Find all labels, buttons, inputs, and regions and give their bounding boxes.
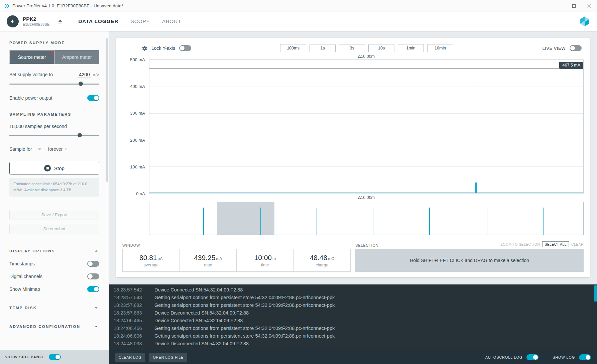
minimap-viewport[interactable]	[217, 202, 274, 235]
source-meter-label: Source meter	[18, 54, 46, 60]
autoscroll-log-toggle[interactable]	[526, 354, 539, 360]
enable-power-output-label: Enable power output	[9, 95, 52, 101]
voltage-label: Set supply voltage to	[9, 72, 53, 77]
log-footer: CLEAR LOG OPEN LOG FILE AUTOSCROLL LOG S…	[109, 350, 597, 364]
log-scrollbar[interactable]	[594, 285, 597, 301]
tab-about[interactable]: ABOUT	[162, 16, 181, 26]
log-time: 18:24:48.033	[114, 340, 154, 348]
clear-log-button[interactable]: CLEAR LOG	[115, 353, 145, 362]
show-log-toggle[interactable]	[579, 354, 591, 360]
log-message: Getting serialport options from persiste…	[154, 325, 335, 332]
log-panel: 18:23:57.542Device Connected SN:54:32:04…	[109, 284, 597, 350]
stat-time: 10:00m time	[237, 249, 294, 271]
voltage-slider[interactable]	[9, 82, 99, 86]
sidebar-scrollbar[interactable]	[106, 38, 108, 182]
range-button-3s[interactable]: 3s	[339, 44, 365, 52]
display-options-heading[interactable]: DISPLAY OPTIONS	[9, 248, 99, 254]
lock-y-axis-label: Lock Y-axis	[151, 45, 175, 51]
stat-charge-value: 48.48	[310, 254, 328, 262]
save-export-button[interactable]: Save / Export	[9, 210, 99, 220]
lock-y-axis-toggle[interactable]	[179, 45, 191, 51]
temp-disk-heading[interactable]: TEMP DISK	[9, 305, 99, 311]
main-chart-plot[interactable]: 467.5 mA	[149, 59, 584, 194]
selection-label: SELECTION	[355, 243, 379, 247]
app-window: Power Profiler v4.1.0: E1B2F90E88BE - Un…	[0, 0, 597, 364]
log-message: Device Connected SN:54:32:04:09:F2:88	[154, 286, 243, 294]
chart-settings-button[interactable]	[141, 45, 147, 51]
digital-channels-toggle[interactable]	[87, 273, 99, 279]
range-button-10s[interactable]: 10s	[368, 44, 394, 52]
live-view-toggle[interactable]	[570, 45, 582, 51]
sample-rate-slider-thumb[interactable]	[78, 133, 82, 137]
display-options-label: DISPLAY OPTIONS	[9, 249, 55, 253]
gridline	[504, 60, 504, 193]
tab-data-logger[interactable]: DATA LOGGER	[78, 16, 118, 26]
close-button[interactable]	[582, 0, 597, 12]
maximize-button[interactable]	[566, 0, 582, 12]
show-log-label: SHOW LOG	[553, 355, 575, 359]
minimap-spike	[487, 208, 487, 235]
ampere-meter-button[interactable]: Ampere meter	[55, 50, 100, 64]
time-range-buttons: 100ms 1s 3s 10s 1min 10min	[280, 44, 453, 52]
stat-max-caption: max	[204, 263, 212, 267]
eject-device-button[interactable]	[57, 18, 64, 25]
lightning-bolt-icon	[10, 18, 16, 24]
range-button-1min[interactable]: 1min	[398, 44, 424, 52]
screenshot-button[interactable]: Screenshot	[9, 224, 99, 234]
max-marker-value: 467.5 mA	[559, 62, 583, 69]
open-log-file-button[interactable]: OPEN LOG FILE	[149, 353, 187, 362]
stat-max-value: 439.25	[194, 254, 215, 262]
advanced-configuration-heading[interactable]: ADVANCED CONFIGURATION	[9, 324, 99, 330]
chevron-up-icon	[93, 248, 99, 254]
window-title: Power Profiler v4.1.0: E1B2F90E88BE - Un…	[12, 3, 123, 8]
sample-duration-select[interactable]: forever	[48, 146, 69, 152]
timestamps-toggle[interactable]	[87, 261, 99, 267]
stat-average: 80.81µA average	[123, 249, 180, 271]
show-side-panel-toggle[interactable]	[49, 354, 61, 360]
zoom-to-selection-button[interactable]: ZOOM TO SELECTION	[500, 242, 540, 246]
stop-button[interactable]: Stop	[9, 162, 99, 174]
select-all-button[interactable]: SELECT ALL	[542, 241, 569, 247]
enable-power-output-toggle[interactable]	[87, 95, 99, 101]
window-label: WINDOW	[122, 243, 140, 247]
current-spike	[476, 78, 476, 193]
range-button-1s[interactable]: 1s	[310, 44, 336, 52]
voltage-slider-thumb[interactable]	[79, 82, 83, 86]
sample-count-field[interactable]: ∞	[37, 146, 41, 152]
stat-charge-unit: mC	[328, 256, 334, 261]
sample-rate-slider-track[interactable]	[9, 135, 99, 136]
sidebar-footer: SHOW SIDE PANEL	[0, 350, 109, 364]
minimap-baseline	[149, 235, 583, 235]
voltage-input[interactable]: 4200	[78, 72, 91, 78]
y-axis-labels: 500 mA 400 mA 300 mA 200 mA 100 mA 0 nA	[122, 59, 149, 194]
source-meter-button[interactable]: Source meter	[9, 50, 55, 64]
digital-channels-label: Digital channels	[9, 274, 42, 279]
range-button-100ms[interactable]: 100ms	[280, 44, 306, 52]
clear-selection-button[interactable]: CLEAR	[571, 242, 584, 246]
device-name: PPK2	[23, 16, 49, 22]
disk-space-info: Estimated space limit ~654d 0:27h at 216…	[9, 178, 99, 197]
chevron-down-icon	[93, 305, 99, 311]
temp-disk-label: TEMP DISK	[9, 306, 37, 310]
log-row: 18:24:06.466Getting serialport options f…	[114, 325, 590, 332]
log-row: 18:24:06.465Device Connected SN:54:32:04…	[114, 317, 590, 325]
minimap-spike	[373, 208, 373, 235]
gridline	[149, 166, 583, 167]
delta-window-top: Δ10:00m	[149, 53, 584, 59]
range-button-10min[interactable]: 10min	[427, 44, 453, 52]
gridline	[359, 60, 359, 193]
sample-rate-label: 10,000 samples per second	[9, 124, 99, 129]
minimize-button[interactable]	[551, 0, 566, 12]
sample-rate-slider[interactable]	[9, 133, 99, 138]
tab-scope[interactable]: SCOPE	[131, 16, 150, 26]
show-side-panel-label: SHOW SIDE PANEL	[5, 355, 45, 359]
voltage-slider-track[interactable]	[9, 84, 99, 85]
log-message: Getting serialport options from persiste…	[154, 301, 335, 309]
autoscroll-log-label: AUTOSCROLL LOG	[485, 355, 522, 359]
show-minimap-toggle[interactable]	[87, 286, 99, 292]
app-icon	[4, 3, 9, 9]
minimap[interactable]	[149, 202, 584, 235]
side-panel: POWER SUPPLY MODE Source meter Ampere me…	[0, 31, 109, 364]
app-header: PPK2 E1B2F90E88BE DATA LOGGER SCOPE ABOU…	[0, 12, 597, 31]
stat-average-caption: average	[143, 263, 158, 267]
